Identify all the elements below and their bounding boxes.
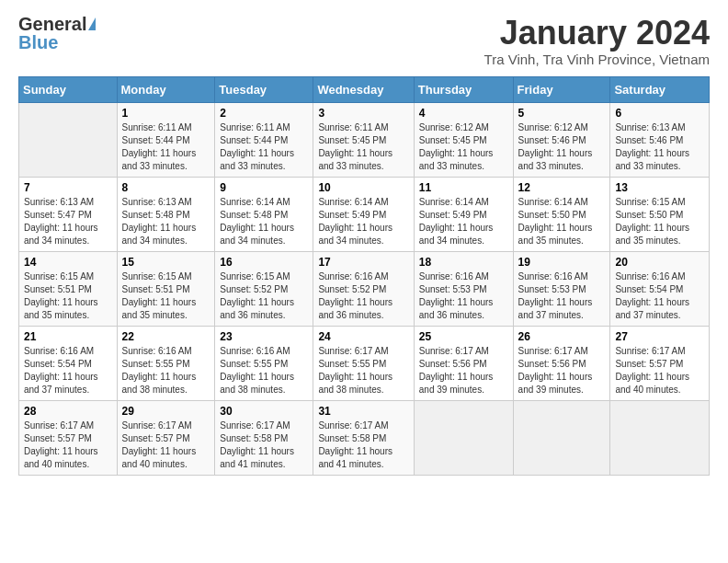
day-info: Sunrise: 6:16 AMSunset: 5:55 PMDaylight:… bbox=[122, 346, 197, 395]
calendar-week-row: 7Sunrise: 6:13 AMSunset: 5:47 PMDaylight… bbox=[19, 177, 710, 251]
calendar-day-cell: 27Sunrise: 6:17 AMSunset: 5:57 PMDayligh… bbox=[610, 326, 710, 400]
day-info: Sunrise: 6:17 AMSunset: 5:58 PMDaylight:… bbox=[220, 420, 294, 469]
day-number: 18 bbox=[419, 256, 508, 269]
day-info: Sunrise: 6:14 AMSunset: 5:48 PMDaylight:… bbox=[220, 197, 294, 246]
calendar-day-cell: 20Sunrise: 6:16 AMSunset: 5:54 PMDayligh… bbox=[610, 251, 710, 326]
calendar-day-cell: 19Sunrise: 6:16 AMSunset: 5:53 PMDayligh… bbox=[513, 251, 610, 326]
calendar-week-row: 1Sunrise: 6:11 AMSunset: 5:44 PMDaylight… bbox=[19, 102, 710, 177]
day-info: Sunrise: 6:14 AMSunset: 5:50 PMDaylight:… bbox=[518, 197, 593, 246]
calendar-day-cell: 8Sunrise: 6:13 AMSunset: 5:48 PMDaylight… bbox=[117, 177, 215, 251]
calendar-day-cell: 28Sunrise: 6:17 AMSunset: 5:57 PMDayligh… bbox=[19, 400, 118, 475]
day-of-week-header: Friday bbox=[513, 76, 610, 102]
day-number: 11 bbox=[419, 181, 508, 194]
calendar-week-row: 14Sunrise: 6:15 AMSunset: 5:51 PMDayligh… bbox=[19, 251, 710, 326]
calendar-day-cell: 12Sunrise: 6:14 AMSunset: 5:50 PMDayligh… bbox=[513, 177, 610, 251]
day-info: Sunrise: 6:15 AMSunset: 5:51 PMDaylight:… bbox=[24, 271, 98, 320]
day-number: 19 bbox=[518, 256, 606, 269]
calendar-body: 1Sunrise: 6:11 AMSunset: 5:44 PMDaylight… bbox=[19, 102, 710, 475]
day-info: Sunrise: 6:17 AMSunset: 5:58 PMDaylight:… bbox=[318, 420, 392, 469]
calendar-day-cell bbox=[19, 102, 118, 177]
calendar-day-cell: 29Sunrise: 6:17 AMSunset: 5:57 PMDayligh… bbox=[117, 400, 215, 475]
day-info: Sunrise: 6:13 AMSunset: 5:46 PMDaylight:… bbox=[615, 122, 689, 171]
day-number: 4 bbox=[419, 107, 508, 120]
day-of-week-header: Saturday bbox=[610, 76, 710, 102]
calendar-day-cell: 5Sunrise: 6:12 AMSunset: 5:46 PMDaylight… bbox=[513, 102, 610, 177]
day-number: 1 bbox=[122, 107, 210, 120]
calendar-day-cell: 9Sunrise: 6:14 AMSunset: 5:48 PMDaylight… bbox=[215, 177, 313, 251]
day-info: Sunrise: 6:14 AMSunset: 5:49 PMDaylight:… bbox=[318, 197, 392, 246]
day-number: 2 bbox=[220, 107, 308, 120]
day-of-week-header: Tuesday bbox=[215, 76, 313, 102]
calendar-day-cell: 7Sunrise: 6:13 AMSunset: 5:47 PMDaylight… bbox=[19, 177, 118, 251]
day-info: Sunrise: 6:12 AMSunset: 5:45 PMDaylight:… bbox=[419, 122, 494, 171]
day-number: 8 bbox=[122, 181, 210, 194]
day-number: 16 bbox=[220, 256, 308, 269]
day-number: 22 bbox=[122, 330, 210, 343]
day-info: Sunrise: 6:16 AMSunset: 5:55 PMDaylight:… bbox=[220, 346, 294, 395]
calendar-week-row: 21Sunrise: 6:16 AMSunset: 5:54 PMDayligh… bbox=[19, 326, 710, 400]
day-info: Sunrise: 6:16 AMSunset: 5:54 PMDaylight:… bbox=[615, 271, 689, 320]
day-info: Sunrise: 6:15 AMSunset: 5:50 PMDaylight:… bbox=[615, 197, 689, 246]
logo-general-text: General bbox=[18, 15, 86, 33]
day-number: 5 bbox=[518, 107, 606, 120]
day-info: Sunrise: 6:15 AMSunset: 5:51 PMDaylight:… bbox=[122, 271, 197, 320]
day-number: 20 bbox=[615, 256, 704, 269]
day-number: 26 bbox=[518, 330, 606, 343]
day-number: 15 bbox=[122, 256, 210, 269]
day-number: 13 bbox=[615, 181, 704, 194]
calendar-day-cell: 13Sunrise: 6:15 AMSunset: 5:50 PMDayligh… bbox=[610, 177, 710, 251]
day-info: Sunrise: 6:14 AMSunset: 5:49 PMDaylight:… bbox=[419, 197, 494, 246]
calendar-day-cell: 26Sunrise: 6:17 AMSunset: 5:56 PMDayligh… bbox=[513, 326, 610, 400]
calendar-day-cell: 6Sunrise: 6:13 AMSunset: 5:46 PMDaylight… bbox=[610, 102, 710, 177]
day-number: 9 bbox=[220, 181, 308, 194]
day-info: Sunrise: 6:17 AMSunset: 5:56 PMDaylight:… bbox=[419, 346, 494, 395]
calendar-day-cell: 22Sunrise: 6:16 AMSunset: 5:55 PMDayligh… bbox=[117, 326, 215, 400]
calendar-day-cell: 11Sunrise: 6:14 AMSunset: 5:49 PMDayligh… bbox=[414, 177, 513, 251]
calendar-day-cell: 17Sunrise: 6:16 AMSunset: 5:52 PMDayligh… bbox=[313, 251, 414, 326]
day-info: Sunrise: 6:17 AMSunset: 5:56 PMDaylight:… bbox=[518, 346, 593, 395]
calendar-day-cell: 14Sunrise: 6:15 AMSunset: 5:51 PMDayligh… bbox=[19, 251, 118, 326]
day-info: Sunrise: 6:16 AMSunset: 5:53 PMDaylight:… bbox=[518, 271, 593, 320]
day-number: 3 bbox=[318, 107, 408, 120]
day-number: 14 bbox=[24, 256, 112, 269]
day-info: Sunrise: 6:11 AMSunset: 5:44 PMDaylight:… bbox=[122, 122, 197, 171]
calendar-title: January 2024 bbox=[484, 15, 710, 52]
calendar-day-cell: 3Sunrise: 6:11 AMSunset: 5:45 PMDaylight… bbox=[313, 102, 414, 177]
calendar-day-cell: 24Sunrise: 6:17 AMSunset: 5:55 PMDayligh… bbox=[313, 326, 414, 400]
day-number: 7 bbox=[24, 181, 112, 194]
calendar-day-cell bbox=[610, 400, 710, 475]
day-number: 28 bbox=[24, 405, 112, 418]
title-area: January 2024 Tra Vinh, Tra Vinh Province… bbox=[484, 15, 710, 67]
calendar-table: SundayMondayTuesdayWednesdayThursdayFrid… bbox=[18, 76, 710, 476]
calendar-day-cell: 1Sunrise: 6:11 AMSunset: 5:44 PMDaylight… bbox=[117, 102, 215, 177]
day-info: Sunrise: 6:11 AMSunset: 5:44 PMDaylight:… bbox=[220, 122, 294, 171]
calendar-day-cell: 31Sunrise: 6:17 AMSunset: 5:58 PMDayligh… bbox=[313, 400, 414, 475]
day-number: 27 bbox=[615, 330, 704, 343]
day-of-week-header: Sunday bbox=[19, 76, 118, 102]
logo-blue-text: Blue bbox=[18, 33, 58, 52]
day-number: 29 bbox=[122, 405, 210, 418]
calendar-day-cell: 4Sunrise: 6:12 AMSunset: 5:45 PMDaylight… bbox=[414, 102, 513, 177]
day-number: 17 bbox=[318, 256, 408, 269]
calendar-day-cell: 10Sunrise: 6:14 AMSunset: 5:49 PMDayligh… bbox=[313, 177, 414, 251]
logo-icon bbox=[88, 17, 96, 30]
day-number: 25 bbox=[419, 330, 508, 343]
day-number: 31 bbox=[318, 405, 408, 418]
calendar-day-cell: 30Sunrise: 6:17 AMSunset: 5:58 PMDayligh… bbox=[215, 400, 313, 475]
calendar-day-cell: 18Sunrise: 6:16 AMSunset: 5:53 PMDayligh… bbox=[414, 251, 513, 326]
calendar-day-cell: 23Sunrise: 6:16 AMSunset: 5:55 PMDayligh… bbox=[215, 326, 313, 400]
calendar-subtitle: Tra Vinh, Tra Vinh Province, Vietnam bbox=[484, 52, 710, 67]
day-info: Sunrise: 6:17 AMSunset: 5:57 PMDaylight:… bbox=[615, 346, 689, 395]
day-info: Sunrise: 6:16 AMSunset: 5:53 PMDaylight:… bbox=[419, 271, 494, 320]
calendar-header-row: SundayMondayTuesdayWednesdayThursdayFrid… bbox=[19, 76, 710, 102]
calendar-day-cell bbox=[513, 400, 610, 475]
day-of-week-header: Wednesday bbox=[313, 76, 414, 102]
calendar-day-cell: 21Sunrise: 6:16 AMSunset: 5:54 PMDayligh… bbox=[19, 326, 118, 400]
day-info: Sunrise: 6:17 AMSunset: 5:57 PMDaylight:… bbox=[24, 420, 98, 469]
day-info: Sunrise: 6:12 AMSunset: 5:46 PMDaylight:… bbox=[518, 122, 593, 171]
calendar-day-cell: 2Sunrise: 6:11 AMSunset: 5:44 PMDaylight… bbox=[215, 102, 313, 177]
day-number: 24 bbox=[318, 330, 408, 343]
logo: General Blue bbox=[18, 15, 96, 52]
day-number: 23 bbox=[220, 330, 308, 343]
day-info: Sunrise: 6:11 AMSunset: 5:45 PMDaylight:… bbox=[318, 122, 392, 171]
